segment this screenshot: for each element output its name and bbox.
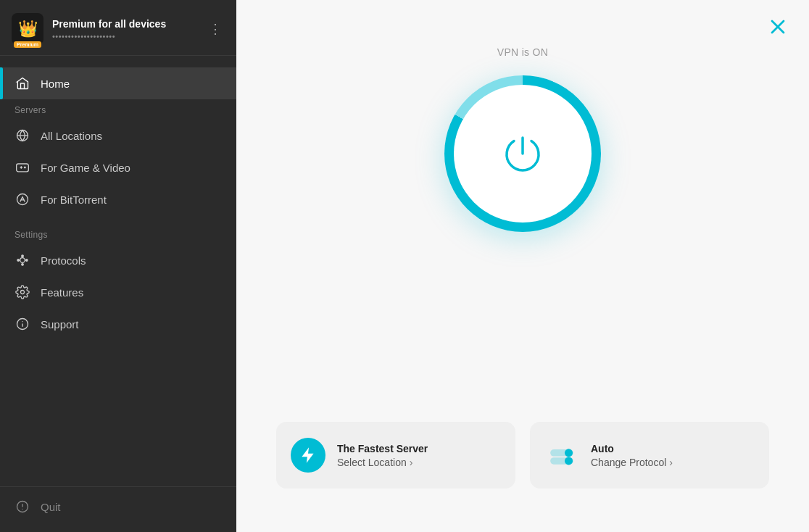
svg-point-6 xyxy=(17,259,20,262)
power-ring-inner xyxy=(454,85,592,223)
header-info: Premium for all devices ••••••••••••••••… xyxy=(52,17,197,41)
sidebar-footer: Quit xyxy=(0,486,236,532)
sidebar-item-support[interactable]: Support xyxy=(0,308,236,340)
svg-point-8 xyxy=(21,291,25,294)
sidebar-item-features[interactable]: Features xyxy=(0,276,236,308)
fastest-server-text: The Fastest Server Select Location › xyxy=(337,442,501,468)
home-icon xyxy=(14,75,30,91)
bittorrent-label: For BitTorrent xyxy=(41,194,107,206)
globe-icon xyxy=(14,128,30,144)
close-button[interactable] xyxy=(764,13,792,41)
svg-point-15 xyxy=(565,449,573,457)
protocol-text: Auto Change Protocol › xyxy=(591,442,755,468)
features-label: Features xyxy=(41,286,83,299)
sidebar-item-all-locations[interactable]: All Locations xyxy=(0,120,236,151)
avatar: 👑 Premium xyxy=(12,13,43,45)
bottom-cards: The Fastest Server Select Location › xyxy=(276,422,769,489)
premium-badge: Premium xyxy=(14,41,41,48)
features-icon xyxy=(14,284,30,300)
chevron-right-icon: › xyxy=(410,457,413,468)
quit-icon xyxy=(14,499,30,515)
game-icon xyxy=(14,159,30,175)
sidebar-item-home[interactable]: Home xyxy=(0,67,236,99)
fastest-server-subtitle: Select Location › xyxy=(337,457,501,468)
fastest-server-card[interactable]: The Fastest Server Select Location › xyxy=(276,422,515,489)
support-icon xyxy=(14,316,30,332)
protocol-subtitle: Change Protocol › xyxy=(591,457,755,468)
main-content: VPN is ON The Fastest Server Se xyxy=(236,0,809,532)
protocols-icon xyxy=(14,252,30,268)
header-email: •••••••••••••••••••• xyxy=(52,32,197,41)
svg-point-5 xyxy=(22,264,24,266)
home-label: Home xyxy=(41,78,70,90)
protocols-label: Protocols xyxy=(41,254,86,267)
quit-button[interactable]: Quit xyxy=(14,499,222,515)
more-options-button[interactable]: ⋮ xyxy=(206,18,225,40)
settings-section-label: Settings xyxy=(0,224,236,244)
fastest-server-title: The Fastest Server xyxy=(337,442,501,455)
power-button[interactable] xyxy=(444,75,601,232)
header-title: Premium for all devices xyxy=(52,17,197,30)
power-button-wrapper xyxy=(444,75,601,232)
svg-point-3 xyxy=(20,258,25,263)
protocol-title: Auto xyxy=(591,442,755,455)
chevron-right-icon-2: › xyxy=(669,457,673,468)
vpn-status-label: VPN is ON xyxy=(497,46,548,58)
torrent-icon xyxy=(14,191,30,207)
lightning-icon-wrapper xyxy=(291,438,325,473)
svg-point-7 xyxy=(26,259,28,262)
sidebar-nav: Home Servers All Locations For Game & Vi… xyxy=(0,56,236,486)
sidebar-header: 👑 Premium Premium for all devices ••••••… xyxy=(0,0,236,56)
all-locations-label: All Locations xyxy=(41,130,102,142)
lightning-icon xyxy=(299,446,318,465)
sidebar: 👑 Premium Premium for all devices ••••••… xyxy=(0,0,236,532)
svg-point-17 xyxy=(565,457,573,465)
sidebar-item-game-video[interactable]: For Game & Video xyxy=(0,151,236,183)
main-top-bar xyxy=(236,0,809,41)
protocol-icon-wrapper xyxy=(544,438,579,473)
crown-icon: 👑 xyxy=(18,20,38,38)
power-icon xyxy=(499,130,546,177)
svg-point-2 xyxy=(25,167,26,168)
protocol-card[interactable]: Auto Change Protocol › xyxy=(530,422,769,489)
servers-section-label: Servers xyxy=(0,99,236,120)
protocol-icon xyxy=(548,441,576,469)
sidebar-item-protocols[interactable]: Protocols xyxy=(0,244,236,276)
svg-point-4 xyxy=(22,255,24,257)
game-video-label: For Game & Video xyxy=(41,162,130,174)
quit-label: Quit xyxy=(41,501,61,513)
sidebar-item-bittorrent[interactable]: For BitTorrent xyxy=(0,183,236,215)
support-label: Support xyxy=(41,318,79,331)
